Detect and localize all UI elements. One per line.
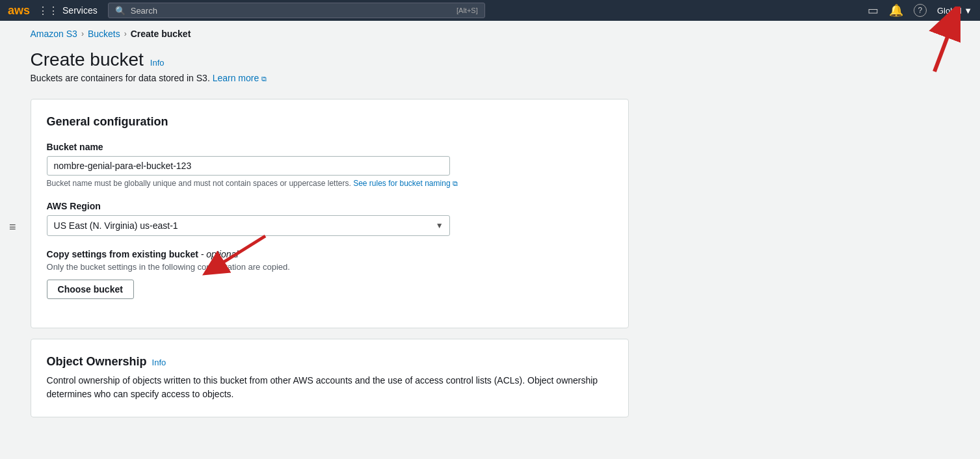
search-shortcut-hint: [Alt+S]	[457, 7, 478, 14]
copy-settings-field: Copy settings from existing bucket - opt…	[47, 249, 613, 299]
aws-logo[interactable]: aws	[8, 4, 30, 18]
region-label: AWS Region	[47, 201, 613, 211]
page-title-row: Create bucket Info	[31, 49, 964, 70]
region-select-wrapper: US East (N. Virginia) us-east-1 US East …	[47, 215, 450, 236]
general-config-title: General configuration	[47, 115, 613, 129]
breadcrumb-sep-2: ›	[124, 29, 127, 38]
bucket-name-label: Bucket name	[47, 142, 613, 152]
bucket-naming-rules-link[interactable]: See rules for bucket naming ⧉	[353, 179, 458, 188]
ownership-description: Control ownership of objects written to …	[47, 374, 613, 401]
page-info-link[interactable]: Info	[150, 58, 165, 68]
breadcrumb-s3-link[interactable]: Amazon S3	[31, 29, 77, 39]
page-title: Create bucket	[31, 49, 144, 70]
bucket-name-input[interactable]	[47, 156, 450, 176]
global-region-selector[interactable]: Global ▼	[937, 6, 972, 16]
external-link-icon: ⧉	[261, 75, 267, 83]
object-ownership-title: Object Ownership	[47, 355, 147, 369]
aws-region-field: AWS Region US East (N. Virginia) us-east…	[47, 201, 613, 236]
page-subtitle: Buckets are containers for data stored i…	[31, 73, 964, 83]
breadcrumb-sep-1: ›	[81, 29, 84, 38]
page-layout: ≡ Amazon S3 › Buckets › Create bucket Cr…	[0, 21, 980, 433]
ownership-info-link[interactable]: Info	[152, 358, 166, 367]
search-icon: 🔍	[115, 6, 126, 16]
cloudshell-icon[interactable]: ▭	[867, 3, 879, 18]
search-bar[interactable]: 🔍 Search [Alt+S]	[108, 3, 485, 18]
copy-settings-title: Copy settings from existing bucket - opt…	[47, 249, 613, 259]
learn-more-link[interactable]: Learn more ⧉	[213, 73, 267, 83]
top-nav: aws ⋮⋮ Services 🔍 Search [Alt+S] ▭ 🔔 ? G…	[0, 0, 980, 21]
object-ownership-card: Object Ownership Info Control ownership …	[31, 339, 629, 417]
nav-right-actions: ▭ 🔔 ? Global ▼	[867, 3, 972, 18]
main-content: Amazon S3 › Buckets › Create bucket Crea…	[25, 21, 980, 433]
aws-logo-icon: aws	[8, 4, 30, 18]
services-nav-item[interactable]: Services	[62, 5, 98, 16]
general-config-card: General configuration Bucket name Bucket…	[31, 99, 629, 328]
bell-icon[interactable]: 🔔	[889, 3, 903, 18]
breadcrumb: Amazon S3 › Buckets › Create bucket	[31, 29, 964, 39]
region-select[interactable]: US East (N. Virginia) us-east-1 US East …	[47, 215, 450, 236]
naming-rules-ext-icon: ⧉	[453, 179, 458, 187]
bucket-name-field: Bucket name Bucket name must be globally…	[47, 142, 613, 188]
copy-settings-hint: Only the bucket settings in the followin…	[47, 262, 613, 272]
grid-icon[interactable]: ⋮⋮	[38, 5, 59, 17]
bucket-name-hint: Bucket name must be globally unique and …	[47, 179, 613, 188]
search-input[interactable]: Search	[131, 6, 451, 16]
help-icon[interactable]: ?	[914, 4, 927, 17]
ownership-title-row: Object Ownership Info	[47, 355, 613, 369]
sidebar-toggle-button[interactable]: ≡	[0, 21, 25, 433]
choose-bucket-button[interactable]: Choose bucket	[47, 280, 134, 299]
breadcrumb-current: Create bucket	[131, 29, 191, 39]
breadcrumb-buckets-link[interactable]: Buckets	[88, 29, 120, 39]
